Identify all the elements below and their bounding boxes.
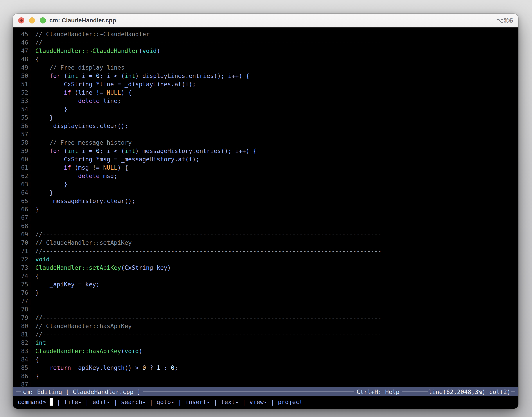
code-text: ClaudeHandler::setApiKey(CxString key) (35, 264, 171, 271)
code-line: 74| { (21, 272, 518, 280)
line-number: 75| (21, 281, 35, 288)
line-number: 60| (21, 156, 35, 163)
command-bar[interactable]: command> | file- | edit- | search- | got… (13, 396, 518, 409)
code-line: 76| } (21, 289, 518, 297)
code-line: 69| //----------------------------------… (21, 230, 518, 239)
code-text: // ClaudeHandler::setApiKey (35, 239, 132, 246)
code-line: 59| for (int i = 0; i < (int)_messageHis… (21, 147, 518, 155)
code-line: 56| _displayLines.clear(); (21, 122, 518, 130)
code-text: //--------------------------------------… (35, 314, 381, 321)
code-text: //--------------------------------------… (35, 39, 381, 46)
code-text: void (35, 256, 50, 263)
code-line: 51| CxString *line = _displayLines.at(i)… (21, 80, 518, 88)
code-text: if (msg != NULL) { (35, 164, 128, 171)
status-cursor-position: line(62,2048,3%) col(2) (428, 388, 511, 395)
line-number: 56| (21, 123, 35, 129)
line-number: 87| (21, 381, 35, 387)
code-text: for (int i = 0; i < (int)_messageHistory… (35, 147, 257, 154)
line-number: 73| (21, 264, 35, 271)
code-text: ClaudeHandler::hasApiKey(void) (35, 348, 142, 354)
statusbar-rule (511, 392, 515, 392)
code-line: 62| delete msg; (21, 172, 518, 180)
code-line: 46| //----------------------------------… (21, 38, 518, 47)
menu-separator: | (239, 398, 249, 405)
menu-item-goto[interactable]: goto- (157, 398, 175, 405)
code-text: // ClaudeHandler::~ClaudeHandler (35, 31, 149, 38)
status-help-hint: Ctrl+H: Help (357, 388, 399, 395)
code-line: 52| if (line != NULL) { (21, 88, 518, 97)
code-line: 70| // ClaudeHandler::setApiKey (21, 239, 518, 247)
code-text: } (35, 114, 53, 121)
window-title: cm: ClaudeHandler.cpp (49, 17, 116, 24)
line-number: 62| (21, 173, 35, 179)
code-line: 78| (21, 305, 518, 314)
line-number: 79| (21, 314, 35, 321)
code-line: 66| } (21, 205, 518, 214)
code-text: } (35, 106, 67, 113)
line-number: 55| (21, 114, 35, 121)
menu-separator: | (53, 398, 64, 405)
terminal-window: cm: ClaudeHandler.cpp ⌥⌘6 45| // ClaudeH… (13, 14, 518, 409)
code-text: //--------------------------------------… (35, 231, 381, 238)
zoom-button[interactable] (40, 17, 46, 23)
menu-item-insert[interactable]: insert- (185, 398, 210, 405)
code-line: 54| } (21, 105, 518, 114)
line-number: 80| (21, 323, 35, 329)
code-line: 81| //----------------------------------… (21, 330, 518, 339)
code-text: // Free message history (35, 139, 132, 146)
code-line: 49| // Free display lines (21, 63, 518, 72)
line-number: 54| (21, 106, 35, 113)
code-line: 63| } (21, 180, 518, 188)
code-line: 53| delete line; (21, 97, 518, 105)
code-line: 86| } (21, 372, 518, 380)
code-line: 80| // ClaudeHandler::hasApiKey (21, 322, 518, 330)
code-text: } (35, 189, 53, 196)
code-line: 84| { (21, 355, 518, 364)
minimize-button[interactable] (29, 17, 35, 23)
menu-item-text[interactable]: text- (221, 398, 239, 405)
line-number: 71| (21, 248, 35, 254)
code-line: 61| if (msg != NULL) { (21, 164, 518, 172)
line-number: 63| (21, 181, 35, 188)
code-line: 75| _apiKey = key; (21, 280, 518, 289)
line-number: 49| (21, 64, 35, 71)
menu-item-view[interactable]: view- (249, 398, 267, 405)
code-line: 77| (21, 297, 518, 305)
line-number: 59| (21, 147, 35, 154)
code-text: // Free display lines (35, 64, 125, 71)
code-text: } (35, 373, 39, 379)
menu-item-project[interactable]: project (278, 398, 303, 405)
code-line: 55| } (21, 114, 518, 122)
code-text: { (35, 356, 39, 363)
line-number: 72| (21, 256, 35, 263)
code-text: CxString *line = _displayLines.at(i); (35, 81, 196, 88)
window-controls (18, 17, 46, 23)
menu-item-file[interactable]: file- (64, 398, 82, 405)
code-line: 73| ClaudeHandler::setApiKey(CxString ke… (21, 264, 518, 272)
menu-item-edit[interactable]: edit- (92, 398, 110, 405)
line-number: 86| (21, 373, 35, 379)
code-line: 60| CxString *msg = _messageHistory.at(i… (21, 155, 518, 164)
close-button[interactable] (18, 17, 24, 23)
code-text: { (35, 272, 39, 279)
line-number: 84| (21, 356, 35, 363)
line-number: 52| (21, 89, 35, 96)
line-number: 81| (21, 331, 35, 338)
menu-item-search[interactable]: search- (121, 398, 146, 405)
command-menu: | file- | edit- | search- | goto- | inse… (53, 398, 303, 405)
code-text: ClaudeHandler::~ClaudeHandler(void) (35, 47, 160, 54)
line-number: 69| (21, 231, 35, 238)
code-line: 48| { (21, 55, 518, 63)
line-number: 85| (21, 364, 35, 371)
code-text: _apiKey = key; (35, 281, 100, 288)
menu-separator: | (210, 398, 221, 405)
editor-area[interactable]: 45| // ClaudeHandler::~ClaudeHandler46| … (13, 27, 518, 387)
status-bar: cm: Editing [ ClaudeHandler.cpp ] Ctrl+H… (13, 387, 518, 396)
code-line: 47| ClaudeHandler::~ClaudeHandler(void) (21, 47, 518, 55)
line-number: 57| (21, 131, 35, 138)
status-editing-label: cm: Editing [ ClaudeHandler.cpp ] (23, 388, 140, 395)
code-line: 45| // ClaudeHandler::~ClaudeHandler (21, 30, 518, 38)
code-line: 85| return _apiKey.length() > 0 ? 1 : 0; (21, 364, 518, 372)
code-line: 64| } (21, 188, 518, 197)
line-number: 53| (21, 97, 35, 104)
